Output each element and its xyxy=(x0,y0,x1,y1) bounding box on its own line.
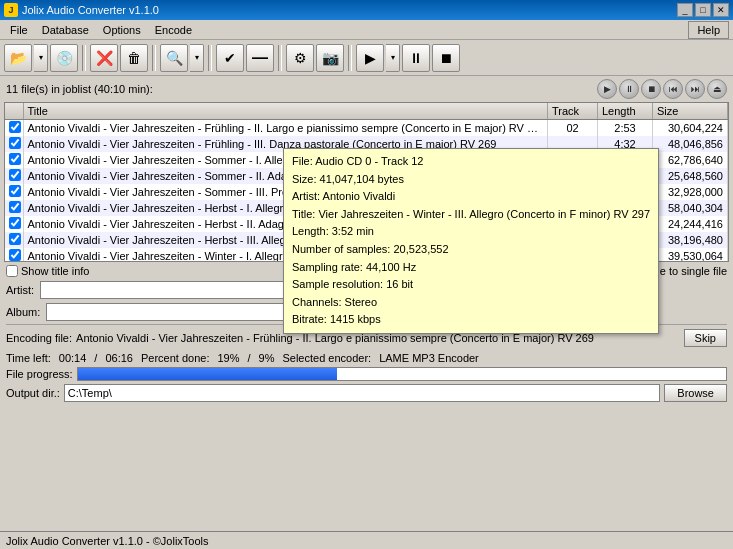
close-button[interactable]: ✕ xyxy=(713,3,729,17)
tooltip-line-3: Title: Vier Jahreszeiten - Winter - III.… xyxy=(292,206,650,224)
progress-bar-fill xyxy=(78,368,337,380)
row-check xyxy=(5,136,23,152)
show-title-info-check[interactable] xyxy=(6,265,18,277)
tooltip-line-7: Sample resolution: 16 bit xyxy=(292,276,650,294)
remove-button[interactable]: ❌ xyxy=(90,44,118,72)
maximize-button[interactable]: □ xyxy=(695,3,711,17)
time-sep1: / xyxy=(94,352,97,364)
percent-sep2: / xyxy=(247,352,250,364)
toolbar-separator-5 xyxy=(348,45,352,71)
time-left-label: Time left: xyxy=(6,352,51,364)
menu-options[interactable]: Options xyxy=(97,22,147,38)
time-row: Time left: 00:14 / 06:16 Percent done: 1… xyxy=(6,352,727,364)
toolbar-separator-2 xyxy=(152,45,156,71)
clear-button[interactable]: 🗑 xyxy=(120,44,148,72)
encoder-value: LAME MP3 Encoder xyxy=(379,352,479,364)
row-check xyxy=(5,248,23,262)
help-button[interactable]: Help xyxy=(688,21,729,39)
menu-database[interactable]: Database xyxy=(36,22,95,38)
uncheck-button[interactable]: — xyxy=(246,44,274,72)
time-total-value: 06:16 xyxy=(105,352,133,364)
pb-prev[interactable]: ⏮ xyxy=(663,79,683,99)
stop-button[interactable]: ⏹ xyxy=(432,44,460,72)
artist-label: Artist: xyxy=(6,284,34,296)
row-size: 39,530,064 xyxy=(653,248,728,262)
toolbar: 📂 ▾ 💿 ❌ 🗑 🔍 ▾ ✔ — ⚙ 📷 ▶ ▾ ⏸ ⏹ xyxy=(0,40,733,76)
percent-done-label: Percent done: xyxy=(141,352,210,364)
pb-eject[interactable]: ⏏ xyxy=(707,79,727,99)
tooltip-line-8: Channels: Stereo xyxy=(292,294,650,312)
encoding-label: Encoding file: xyxy=(6,332,72,344)
check-button[interactable]: ✔ xyxy=(216,44,244,72)
percent2-value: 9% xyxy=(259,352,275,364)
tooltip: File: Audio CD 0 - Track 12 Size: 41,047… xyxy=(283,148,659,334)
row-size: 38,196,480 xyxy=(653,232,728,248)
toolbar-separator-3 xyxy=(208,45,212,71)
menu-items: File Database Options Encode xyxy=(4,22,198,38)
row-check xyxy=(5,120,23,137)
row-check xyxy=(5,216,23,232)
artist-input[interactable] xyxy=(40,281,320,299)
row-title: Antonio Vivaldi - Vier Jahreszeiten - Fr… xyxy=(23,120,548,137)
pb-play[interactable]: ▶ xyxy=(597,79,617,99)
col-track: Track xyxy=(548,103,598,120)
tooltip-line-9: Bitrate: 1415 kbps xyxy=(292,311,650,329)
row-check xyxy=(5,168,23,184)
tooltip-line-6: Sampling rate: 44,100 Hz xyxy=(292,259,650,277)
menu-file[interactable]: File xyxy=(4,22,34,38)
playback-controls: ▶ ⏸ ⏹ ⏮ ⏭ ⏏ xyxy=(597,79,727,99)
pause-button[interactable]: ⏸ xyxy=(402,44,430,72)
tooltip-line-2: Artist: Antonio Vivaldi xyxy=(292,188,650,206)
toolbar-separator-1 xyxy=(82,45,86,71)
show-title-info-label[interactable]: Show title info xyxy=(6,265,89,277)
minimize-button[interactable]: _ xyxy=(677,3,693,17)
pb-next[interactable]: ⏭ xyxy=(685,79,705,99)
settings-button[interactable]: ⚙ xyxy=(286,44,314,72)
output-label: Output dir.: xyxy=(6,387,60,399)
add-files-button[interactable]: 📂 xyxy=(4,44,32,72)
add-files-dropdown[interactable]: ▾ xyxy=(34,44,48,72)
menu-bar: File Database Options Encode Help xyxy=(0,20,733,40)
tooltip-line-0: File: Audio CD 0 - Track 12 xyxy=(292,153,650,171)
percent-value: 19% xyxy=(217,352,239,364)
row-size: 62,786,640 xyxy=(653,152,728,168)
play-dropdown[interactable]: ▾ xyxy=(386,44,400,72)
app-title: Jolix Audio Converter v1.1.0 xyxy=(22,4,159,16)
title-bar: J Jolix Audio Converter v1.1.0 _ □ ✕ xyxy=(0,0,733,20)
table-row[interactable]: Antonio Vivaldi - Vier Jahreszeiten - Fr… xyxy=(5,120,728,137)
add-cd-button[interactable]: 💿 xyxy=(50,44,78,72)
camera-button[interactable]: 📷 xyxy=(316,44,344,72)
col-length: Length xyxy=(598,103,653,120)
tooltip-line-1: Size: 41,047,104 bytes xyxy=(292,171,650,189)
find-button[interactable]: 🔍 xyxy=(160,44,188,72)
tooltip-line-5: Number of samples: 20,523,552 xyxy=(292,241,650,259)
row-size: 30,604,224 xyxy=(653,120,728,137)
row-size: 48,046,856 xyxy=(653,136,728,152)
pb-stop[interactable]: ⏹ xyxy=(641,79,661,99)
tooltip-line-4: Length: 3:52 min xyxy=(292,223,650,241)
file-count-bar: 11 file(s) in joblist (40:10 min): ▶ ⏸ ⏹… xyxy=(0,76,733,102)
find-dropdown[interactable]: ▾ xyxy=(190,44,204,72)
play-button[interactable]: ▶ xyxy=(356,44,384,72)
row-size: 25,648,560 xyxy=(653,168,728,184)
toolbar-separator-4 xyxy=(278,45,282,71)
progress-row: File progress: xyxy=(6,367,727,381)
browse-button[interactable]: Browse xyxy=(664,384,727,402)
title-bar-controls: _ □ ✕ xyxy=(677,3,729,17)
col-title: Title xyxy=(23,103,548,120)
title-bar-left: J Jolix Audio Converter v1.1.0 xyxy=(4,3,159,17)
output-path-input[interactable] xyxy=(64,384,661,402)
row-size: 58,040,304 xyxy=(653,200,728,216)
encoder-label: Selected encoder: xyxy=(282,352,371,364)
menu-encode[interactable]: Encode xyxy=(149,22,198,38)
row-check xyxy=(5,232,23,248)
app-icon: J xyxy=(4,3,18,17)
file-count: 11 file(s) in joblist (40:10 min): xyxy=(6,83,153,95)
row-size: 24,244,416 xyxy=(653,216,728,232)
time-left-value: 00:14 xyxy=(59,352,87,364)
progress-bar xyxy=(77,367,727,381)
pb-pause[interactable]: ⏸ xyxy=(619,79,639,99)
output-row: Output dir.: Browse xyxy=(6,384,727,402)
skip-button[interactable]: Skip xyxy=(684,329,727,347)
status-text: Jolix Audio Converter v1.1.0 - ©JolixToo… xyxy=(6,535,209,547)
